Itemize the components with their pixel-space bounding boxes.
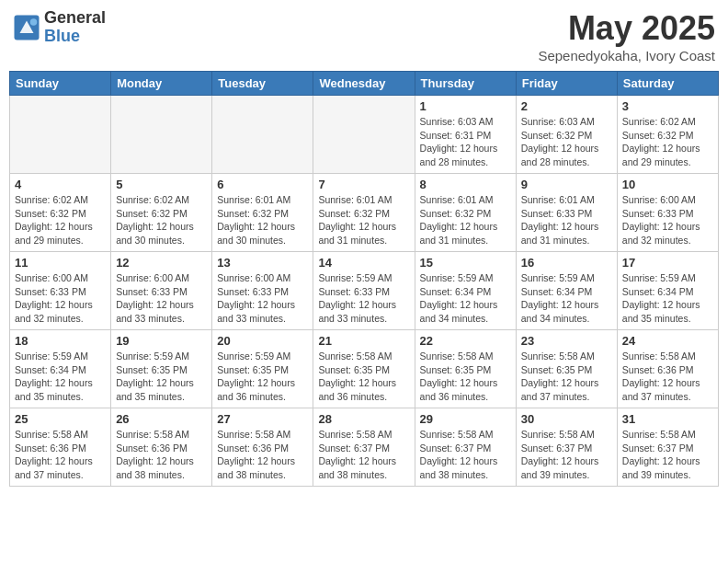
calendar-cell: 30Sunrise: 5:58 AM Sunset: 6:37 PM Dayli… [516, 408, 617, 487]
calendar-cell: 19Sunrise: 5:59 AM Sunset: 6:35 PM Dayli… [111, 330, 212, 408]
location: Sepenedyokaha, Ivory Coast [538, 48, 715, 63]
weekday-header-saturday: Saturday [617, 72, 718, 96]
calendar-cell: 14Sunrise: 5:59 AM Sunset: 6:33 PM Dayli… [313, 252, 415, 330]
calendar-cell: 17Sunrise: 5:59 AM Sunset: 6:34 PM Dayli… [617, 252, 718, 330]
day-info: Sunrise: 5:58 AM Sunset: 6:36 PM Dayligh… [217, 428, 308, 482]
day-number: 4 [15, 178, 106, 191]
calendar-cell: 27Sunrise: 5:58 AM Sunset: 6:36 PM Dayli… [212, 408, 313, 487]
day-info: Sunrise: 5:58 AM Sunset: 6:36 PM Dayligh… [116, 428, 207, 482]
weekday-header-row: SundayMondayTuesdayWednesdayThursdayFrid… [10, 72, 719, 96]
day-info: Sunrise: 6:03 AM Sunset: 6:31 PM Dayligh… [420, 115, 511, 169]
calendar-cell: 18Sunrise: 5:59 AM Sunset: 6:34 PM Dayli… [10, 330, 111, 408]
calendar-cell [10, 96, 111, 174]
day-number: 24 [622, 334, 713, 348]
calendar-cell: 26Sunrise: 5:58 AM Sunset: 6:36 PM Dayli… [111, 408, 212, 487]
day-number: 26 [116, 412, 207, 426]
day-number: 20 [217, 334, 308, 348]
logo-general: General [44, 9, 106, 28]
day-info: Sunrise: 6:02 AM Sunset: 6:32 PM Dayligh… [622, 115, 713, 169]
calendar-cell: 25Sunrise: 5:58 AM Sunset: 6:36 PM Dayli… [10, 408, 111, 487]
calendar-cell: 16Sunrise: 5:59 AM Sunset: 6:34 PM Dayli… [516, 252, 617, 330]
calendar-cell: 24Sunrise: 5:58 AM Sunset: 6:36 PM Dayli… [617, 330, 718, 408]
day-number: 23 [521, 334, 612, 348]
day-number: 11 [15, 256, 106, 270]
day-number: 12 [116, 256, 207, 270]
day-number: 21 [318, 334, 409, 348]
month-title: May 2025 [538, 9, 715, 48]
day-number: 27 [217, 412, 308, 426]
day-info: Sunrise: 5:59 AM Sunset: 6:33 PM Dayligh… [318, 271, 409, 326]
day-number: 6 [217, 178, 308, 191]
day-info: Sunrise: 5:59 AM Sunset: 6:35 PM Dayligh… [217, 350, 308, 404]
calendar-cell: 21Sunrise: 5:58 AM Sunset: 6:35 PM Dayli… [313, 330, 415, 408]
day-info: Sunrise: 5:59 AM Sunset: 6:34 PM Dayligh… [521, 271, 612, 326]
day-number: 14 [318, 256, 409, 270]
day-number: 16 [521, 256, 612, 270]
day-number: 19 [116, 334, 207, 348]
day-info: Sunrise: 5:58 AM Sunset: 6:37 PM Dayligh… [420, 428, 511, 482]
day-info: Sunrise: 6:02 AM Sunset: 6:32 PM Dayligh… [116, 193, 207, 247]
day-info: Sunrise: 6:00 AM Sunset: 6:33 PM Dayligh… [116, 271, 207, 326]
day-number: 22 [420, 334, 511, 348]
week-row-5: 25Sunrise: 5:58 AM Sunset: 6:36 PM Dayli… [10, 408, 719, 487]
calendar-cell: 11Sunrise: 6:00 AM Sunset: 6:33 PM Dayli… [10, 252, 111, 330]
weekday-header-monday: Monday [111, 72, 212, 96]
calendar-cell: 6Sunrise: 6:01 AM Sunset: 6:32 PM Daylig… [212, 174, 313, 252]
day-number: 17 [622, 256, 713, 270]
page-header: General Blue May 2025 Sepenedyokaha, Ivo… [9, 9, 719, 63]
calendar-cell: 20Sunrise: 5:59 AM Sunset: 6:35 PM Dayli… [212, 330, 313, 408]
calendar-cell [313, 96, 415, 174]
title-area: May 2025 Sepenedyokaha, Ivory Coast [538, 9, 715, 63]
calendar-cell: 31Sunrise: 5:58 AM Sunset: 6:37 PM Dayli… [617, 408, 718, 487]
day-number: 25 [15, 412, 106, 426]
logo-text: General Blue [44, 9, 106, 46]
day-info: Sunrise: 5:58 AM Sunset: 6:36 PM Dayligh… [622, 350, 713, 404]
day-info: Sunrise: 5:58 AM Sunset: 6:35 PM Dayligh… [318, 350, 409, 404]
day-number: 2 [521, 99, 612, 113]
calendar-cell: 3Sunrise: 6:02 AM Sunset: 6:32 PM Daylig… [617, 96, 718, 174]
day-info: Sunrise: 6:00 AM Sunset: 6:33 PM Dayligh… [217, 271, 308, 326]
weekday-header-thursday: Thursday [415, 72, 516, 96]
weekday-header-sunday: Sunday [10, 72, 111, 96]
day-info: Sunrise: 5:59 AM Sunset: 6:34 PM Dayligh… [420, 271, 511, 326]
week-row-4: 18Sunrise: 5:59 AM Sunset: 6:34 PM Dayli… [10, 330, 719, 408]
day-number: 5 [116, 178, 207, 191]
day-number: 13 [217, 256, 308, 270]
day-info: Sunrise: 5:58 AM Sunset: 6:37 PM Dayligh… [622, 428, 713, 482]
svg-point-2 [30, 18, 38, 26]
day-info: Sunrise: 5:58 AM Sunset: 6:36 PM Dayligh… [15, 428, 106, 482]
calendar-cell: 10Sunrise: 6:00 AM Sunset: 6:33 PM Dayli… [617, 174, 718, 252]
calendar-cell: 1Sunrise: 6:03 AM Sunset: 6:31 PM Daylig… [415, 96, 516, 174]
calendar-cell: 13Sunrise: 6:00 AM Sunset: 6:33 PM Dayli… [212, 252, 313, 330]
day-number: 31 [622, 412, 713, 426]
day-info: Sunrise: 6:01 AM Sunset: 6:32 PM Dayligh… [217, 193, 308, 247]
calendar-cell: 5Sunrise: 6:02 AM Sunset: 6:32 PM Daylig… [111, 174, 212, 252]
logo-blue: Blue [44, 28, 106, 46]
week-row-2: 4Sunrise: 6:02 AM Sunset: 6:32 PM Daylig… [10, 174, 719, 252]
day-number: 28 [318, 412, 409, 426]
day-info: Sunrise: 6:02 AM Sunset: 6:32 PM Dayligh… [15, 193, 106, 247]
day-info: Sunrise: 6:01 AM Sunset: 6:32 PM Dayligh… [318, 193, 409, 247]
day-info: Sunrise: 5:58 AM Sunset: 6:35 PM Dayligh… [420, 350, 511, 404]
day-info: Sunrise: 5:59 AM Sunset: 6:34 PM Dayligh… [622, 271, 713, 326]
calendar-cell: 9Sunrise: 6:01 AM Sunset: 6:33 PM Daylig… [516, 174, 617, 252]
day-number: 15 [420, 256, 511, 270]
week-row-1: 1Sunrise: 6:03 AM Sunset: 6:31 PM Daylig… [10, 96, 719, 174]
day-number: 3 [622, 99, 713, 113]
logo: General Blue [13, 9, 106, 46]
day-info: Sunrise: 6:00 AM Sunset: 6:33 PM Dayligh… [622, 193, 713, 247]
calendar-cell: 8Sunrise: 6:01 AM Sunset: 6:32 PM Daylig… [415, 174, 516, 252]
day-number: 9 [521, 178, 612, 191]
calendar-cell: 29Sunrise: 5:58 AM Sunset: 6:37 PM Dayli… [415, 408, 516, 487]
weekday-header-tuesday: Tuesday [212, 72, 313, 96]
calendar-cell: 4Sunrise: 6:02 AM Sunset: 6:32 PM Daylig… [10, 174, 111, 252]
week-row-3: 11Sunrise: 6:00 AM Sunset: 6:33 PM Dayli… [10, 252, 719, 330]
calendar-cell: 23Sunrise: 5:58 AM Sunset: 6:35 PM Dayli… [516, 330, 617, 408]
day-number: 30 [521, 412, 612, 426]
calendar-cell: 12Sunrise: 6:00 AM Sunset: 6:33 PM Dayli… [111, 252, 212, 330]
logo-icon [13, 14, 40, 41]
calendar-cell [212, 96, 313, 174]
day-info: Sunrise: 5:58 AM Sunset: 6:37 PM Dayligh… [318, 428, 409, 482]
calendar-cell [111, 96, 212, 174]
day-info: Sunrise: 5:59 AM Sunset: 6:34 PM Dayligh… [15, 350, 106, 404]
